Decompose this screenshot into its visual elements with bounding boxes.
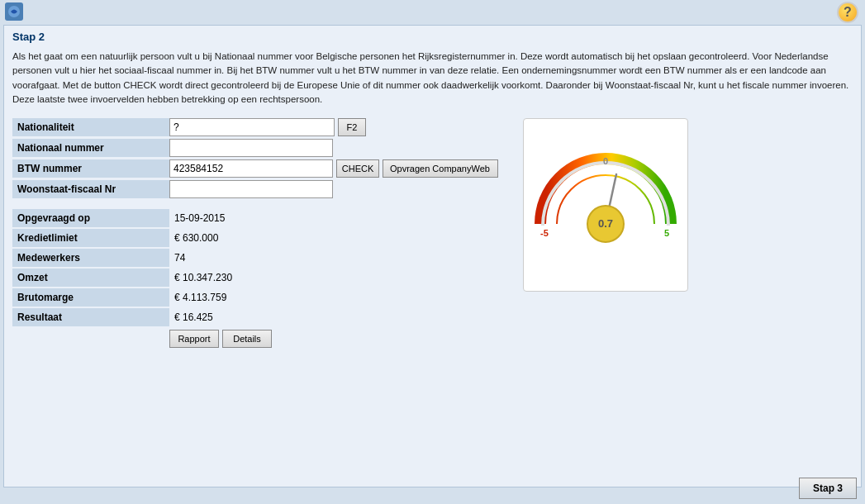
opgevraagd-label: Opgevraagd op bbox=[12, 209, 169, 227]
kredietlimiet-label: Kredietlimiet bbox=[12, 229, 169, 247]
companyweb-button[interactable]: Opvragen CompanyWeb bbox=[383, 159, 498, 178]
main-content: Stap 2 Als het gaat om een natuurlijk pe… bbox=[3, 25, 862, 487]
btw-nummer-label: BTW nummer bbox=[12, 159, 169, 178]
brutomarge-row: Brutomarge € 4.113.759 bbox=[12, 288, 498, 307]
gauge-max-label: 5 bbox=[664, 228, 669, 238]
woonstaat-label: Woonstaat-fiscaal Nr bbox=[12, 180, 169, 198]
step-header: Stap 2 bbox=[12, 31, 853, 43]
btw-nummer-row: BTW nummer CHECK Opvragen CompanyWeb bbox=[12, 159, 498, 178]
details-button[interactable]: Details bbox=[222, 330, 272, 348]
left-panel: Nationaliteit F2 Nationaal nummer BTW nu… bbox=[12, 118, 498, 348]
resultaat-label: Resultaat bbox=[12, 308, 169, 326]
form-section: Nationaliteit F2 Nationaal nummer BTW nu… bbox=[12, 118, 853, 348]
woonstaat-row: Woonstaat-fiscaal Nr bbox=[12, 180, 498, 198]
f2-button[interactable]: F2 bbox=[338, 118, 366, 136]
resultaat-row: Resultaat € 16.425 bbox=[12, 308, 498, 326]
kredietlimiet-value: € 630.000 bbox=[169, 229, 269, 247]
medewerkers-value: 74 bbox=[169, 249, 269, 267]
nationaliteit-row: Nationaliteit F2 bbox=[12, 118, 498, 136]
medewerkers-row: Medewerkers 74 bbox=[12, 249, 498, 267]
help-icon[interactable]: ? bbox=[837, 2, 858, 23]
brutomarge-value: € 4.113.759 bbox=[169, 288, 269, 307]
rapport-button[interactable]: Rapport bbox=[169, 330, 219, 348]
opgevraagd-row: Opgevraagd op 15-09-2015 bbox=[12, 209, 498, 227]
nationaal-nummer-input[interactable] bbox=[169, 139, 333, 157]
check-button[interactable]: CHECK bbox=[336, 159, 379, 178]
description-text: Als het gaat om een natuurlijk persoon v… bbox=[12, 50, 853, 107]
btw-nummer-input[interactable] bbox=[169, 159, 333, 178]
gauge-value-label: 0.7 bbox=[598, 217, 613, 230]
kredietlimiet-row: Kredietlimiet € 630.000 bbox=[12, 229, 498, 247]
stap3-button[interactable]: Stap 3 bbox=[799, 478, 857, 499]
medewerkers-label: Medewerkers bbox=[12, 249, 169, 267]
bottom-bar: Stap 3 bbox=[799, 478, 857, 499]
nationaliteit-label: Nationaliteit bbox=[12, 118, 169, 136]
app-icon bbox=[5, 2, 23, 21]
gauge-container: -5 0 5 0.7 bbox=[523, 118, 688, 292]
woonstaat-input[interactable] bbox=[169, 180, 333, 198]
action-buttons: Rapport Details bbox=[169, 330, 498, 348]
omzet-row: Omzet € 10.347.230 bbox=[12, 269, 498, 287]
omzet-value: € 10.347.230 bbox=[169, 269, 269, 287]
gauge-chart: -5 0 5 0.7 bbox=[531, 133, 680, 278]
gauge-center-label: 0 bbox=[603, 156, 608, 166]
opgevraagd-value: 15-09-2015 bbox=[169, 209, 269, 227]
gauge-min-label: -5 bbox=[540, 228, 549, 238]
omzet-label: Omzet bbox=[12, 269, 169, 287]
nationaliteit-input[interactable] bbox=[169, 118, 335, 136]
resultaat-value: € 16.425 bbox=[169, 308, 269, 326]
brutomarge-label: Brutomarge bbox=[12, 288, 169, 307]
nationaal-nummer-label: Nationaal nummer bbox=[12, 139, 169, 157]
top-bar: ? bbox=[0, 0, 865, 25]
nationaal-nummer-row: Nationaal nummer bbox=[12, 139, 498, 157]
